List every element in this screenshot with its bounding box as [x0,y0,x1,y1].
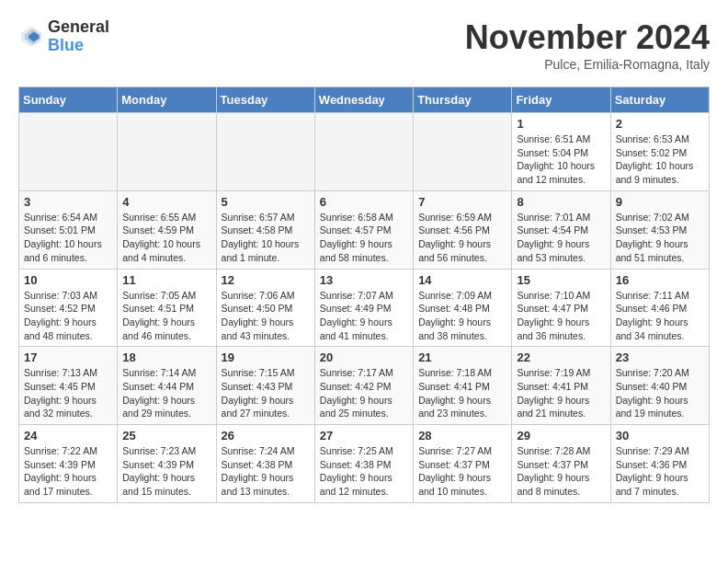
day-info: Sunrise: 7:15 AM Sunset: 4:43 PM Dayligh… [222,366,310,420]
day-number: 7 [418,195,506,209]
day-number: 16 [616,273,704,287]
day-number: 21 [418,350,506,364]
day-number: 12 [222,273,310,287]
day-info: Sunrise: 7:05 AM Sunset: 4:51 PM Dayligh… [122,289,210,343]
day-info: Sunrise: 7:14 AM Sunset: 4:44 PM Dayligh… [122,366,210,420]
calendar-cell: 2Sunrise: 6:53 AM Sunset: 5:02 PM Daylig… [610,113,709,191]
calendar-cell: 16Sunrise: 7:11 AM Sunset: 4:46 PM Dayli… [610,269,709,347]
day-number: 24 [24,429,112,442]
day-info: Sunrise: 6:58 AM Sunset: 4:57 PM Dayligh… [320,211,408,265]
day-number: 22 [517,350,605,364]
day-number: 19 [222,350,310,364]
day-info: Sunrise: 7:09 AM Sunset: 4:48 PM Dayligh… [418,289,506,343]
header-wednesday: Wednesday [314,87,413,113]
day-number: 14 [418,273,506,287]
day-info: Sunrise: 7:27 AM Sunset: 4:37 PM Dayligh… [418,444,506,499]
day-number: 20 [320,350,408,364]
day-info: Sunrise: 7:10 AM Sunset: 4:47 PM Dayligh… [517,289,605,343]
header: General Blue November 2024 Pulce, Emilia… [18,18,710,72]
logo-text: General Blue [48,18,109,55]
day-number: 28 [418,429,506,442]
calendar-cell: 8Sunrise: 7:01 AM Sunset: 4:54 PM Daylig… [512,190,610,269]
day-number: 26 [222,429,310,442]
calendar-cell: 6Sunrise: 6:58 AM Sunset: 4:57 PM Daylig… [314,190,413,269]
day-info: Sunrise: 6:57 AM Sunset: 4:58 PM Dayligh… [222,211,310,265]
calendar-cell: 23Sunrise: 7:20 AM Sunset: 4:40 PM Dayli… [610,347,709,425]
day-number: 11 [122,273,210,287]
calendar-cell: 5Sunrise: 6:57 AM Sunset: 4:58 PM Daylig… [216,190,314,269]
logo-icon [18,24,44,50]
day-info: Sunrise: 7:13 AM Sunset: 4:45 PM Dayligh… [24,366,112,420]
calendar-cell: 10Sunrise: 7:03 AM Sunset: 4:52 PM Dayli… [19,269,118,347]
day-info: Sunrise: 7:20 AM Sunset: 4:40 PM Dayligh… [616,366,704,420]
day-number: 1 [517,117,605,131]
calendar-cell: 11Sunrise: 7:05 AM Sunset: 4:51 PM Dayli… [118,269,216,347]
calendar-cell: 17Sunrise: 7:13 AM Sunset: 4:45 PM Dayli… [19,347,118,425]
day-info: Sunrise: 7:22 AM Sunset: 4:39 PM Dayligh… [24,444,112,499]
calendar-week-1: 3Sunrise: 6:54 AM Sunset: 5:01 PM Daylig… [19,190,710,269]
day-info: Sunrise: 7:03 AM Sunset: 4:52 PM Dayligh… [24,289,112,343]
day-number: 30 [616,429,704,442]
calendar-cell [19,113,118,191]
calendar-cell [216,113,314,191]
calendar-cell: 3Sunrise: 6:54 AM Sunset: 5:01 PM Daylig… [19,190,118,269]
day-info: Sunrise: 7:07 AM Sunset: 4:49 PM Dayligh… [320,289,408,343]
day-number: 10 [24,273,112,287]
day-info: Sunrise: 7:17 AM Sunset: 4:42 PM Dayligh… [320,366,408,420]
logo-general-text: General [48,18,109,37]
day-number: 5 [222,195,310,209]
day-info: Sunrise: 6:55 AM Sunset: 4:59 PM Dayligh… [122,211,210,265]
day-number: 27 [320,429,408,442]
calendar-week-3: 17Sunrise: 7:13 AM Sunset: 4:45 PM Dayli… [19,347,710,425]
header-friday: Friday [512,87,610,113]
day-number: 9 [616,195,704,209]
calendar-cell: 14Sunrise: 7:09 AM Sunset: 4:48 PM Dayli… [414,269,512,347]
calendar-cell: 26Sunrise: 7:24 AM Sunset: 4:38 PM Dayli… [216,425,314,503]
day-info: Sunrise: 7:29 AM Sunset: 4:36 PM Dayligh… [616,444,704,499]
calendar-week-4: 24Sunrise: 7:22 AM Sunset: 4:39 PM Dayli… [19,425,710,503]
calendar-cell: 24Sunrise: 7:22 AM Sunset: 4:39 PM Dayli… [19,425,118,503]
day-info: Sunrise: 7:19 AM Sunset: 4:41 PM Dayligh… [517,366,605,420]
calendar-cell: 28Sunrise: 7:27 AM Sunset: 4:37 PM Dayli… [414,425,512,503]
header-thursday: Thursday [414,87,512,113]
day-number: 29 [517,429,605,442]
calendar-cell: 30Sunrise: 7:29 AM Sunset: 4:36 PM Dayli… [610,425,709,503]
day-number: 23 [616,350,704,364]
header-sunday: Sunday [19,87,118,113]
calendar-week-0: 1Sunrise: 6:51 AM Sunset: 5:04 PM Daylig… [19,113,710,191]
calendar-cell: 29Sunrise: 7:28 AM Sunset: 4:37 PM Dayli… [512,425,610,503]
day-info: Sunrise: 7:02 AM Sunset: 4:53 PM Dayligh… [616,211,704,265]
day-info: Sunrise: 6:54 AM Sunset: 5:01 PM Dayligh… [24,211,112,265]
calendar-cell: 20Sunrise: 7:17 AM Sunset: 4:42 PM Dayli… [314,347,413,425]
calendar-table: SundayMondayTuesdayWednesdayThursdayFrid… [18,86,710,503]
day-info: Sunrise: 7:23 AM Sunset: 4:39 PM Dayligh… [122,444,210,499]
day-number: 13 [320,273,408,287]
header-tuesday: Tuesday [216,87,314,113]
calendar-cell [314,113,413,191]
calendar-cell: 13Sunrise: 7:07 AM Sunset: 4:49 PM Dayli… [314,269,413,347]
calendar-cell: 22Sunrise: 7:19 AM Sunset: 4:41 PM Dayli… [512,347,610,425]
day-info: Sunrise: 7:06 AM Sunset: 4:50 PM Dayligh… [222,289,310,343]
day-number: 8 [517,195,605,209]
day-info: Sunrise: 7:18 AM Sunset: 4:41 PM Dayligh… [418,366,506,420]
month-title: November 2024 [465,18,710,57]
day-info: Sunrise: 6:59 AM Sunset: 4:56 PM Dayligh… [418,211,506,265]
day-info: Sunrise: 7:01 AM Sunset: 4:54 PM Dayligh… [517,211,605,265]
calendar-cell: 21Sunrise: 7:18 AM Sunset: 4:41 PM Dayli… [414,347,512,425]
day-number: 15 [517,273,605,287]
day-info: Sunrise: 6:53 AM Sunset: 5:02 PM Dayligh… [616,132,704,187]
day-number: 2 [616,117,704,131]
day-number: 3 [24,195,112,209]
location-subtitle: Pulce, Emilia-Romagna, Italy [465,57,710,72]
calendar-cell: 18Sunrise: 7:14 AM Sunset: 4:44 PM Dayli… [118,347,216,425]
day-number: 17 [24,350,112,364]
calendar-cell: 15Sunrise: 7:10 AM Sunset: 4:47 PM Dayli… [512,269,610,347]
day-info: Sunrise: 7:28 AM Sunset: 4:37 PM Dayligh… [517,444,605,499]
title-area: November 2024 Pulce, Emilia-Romagna, Ita… [465,18,710,72]
calendar-cell: 7Sunrise: 6:59 AM Sunset: 4:56 PM Daylig… [414,190,512,269]
calendar-cell: 19Sunrise: 7:15 AM Sunset: 4:43 PM Dayli… [216,347,314,425]
calendar-cell: 4Sunrise: 6:55 AM Sunset: 4:59 PM Daylig… [118,190,216,269]
logo: General Blue [18,18,109,55]
day-info: Sunrise: 7:11 AM Sunset: 4:46 PM Dayligh… [616,289,704,343]
logo-blue-text: Blue [48,37,109,55]
